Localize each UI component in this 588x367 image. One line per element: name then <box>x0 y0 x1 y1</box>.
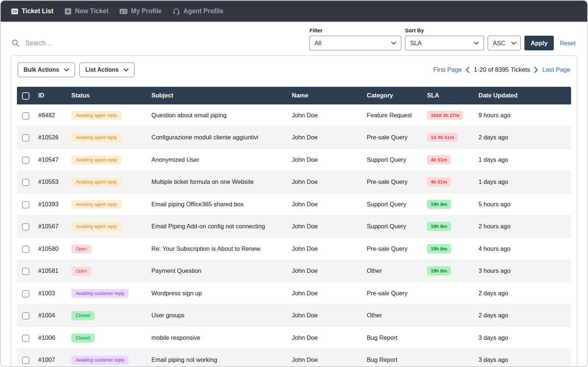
ticket-date: 4 hours ago <box>475 238 571 260</box>
search-icon <box>11 39 20 47</box>
nav-ticket-list[interactable]: Ticket List <box>11 7 53 15</box>
ticket-subject[interactable]: Payment Question <box>148 260 288 282</box>
ticket-category: Other <box>363 260 423 282</box>
ticket-subject[interactable]: Question about email piping <box>148 104 288 127</box>
row-checkbox[interactable] <box>22 290 29 297</box>
status-badge: Awaiting agent reply <box>71 156 121 165</box>
bulk-actions-button[interactable]: Bulk Actions <box>18 63 75 77</box>
table-row[interactable]: #10580 Open Re: Your Subscription is Abo… <box>17 238 571 260</box>
sort-select[interactable]: SLA <box>405 36 484 50</box>
status-badge: Closed <box>71 311 94 320</box>
reset-link[interactable]: Reset <box>560 40 576 47</box>
table-row[interactable]: #8482 Awaiting agent reply Question abou… <box>17 104 571 127</box>
next-page-button[interactable] <box>534 67 538 73</box>
table-row[interactable]: #1004 Closed User groups John Doe Other … <box>17 304 571 327</box>
table-row[interactable]: #1007 Awaiting customer reply Email pipi… <box>17 349 571 367</box>
row-checkbox[interactable] <box>22 357 29 364</box>
ticket-id: #10580 <box>35 238 68 260</box>
ticket-subject[interactable]: mobile responsive <box>148 327 288 349</box>
sla-badge: 4h 51m <box>427 155 451 164</box>
chevron-down-icon <box>391 42 396 45</box>
row-checkbox[interactable] <box>22 223 29 231</box>
ticket-subject[interactable]: Configurazione moduli cliente aggiuntivi <box>148 127 288 149</box>
nav-my-profile[interactable]: My Profile <box>119 7 162 15</box>
table-row[interactable]: #10553 Awaiting agent reply Multiple tic… <box>17 171 571 193</box>
last-page-link[interactable]: Last Page <box>542 66 570 74</box>
column-header-subject: Subject <box>148 87 288 104</box>
ticket-subject[interactable]: Email piping Office365 shared box <box>148 193 288 215</box>
table-header-row: ID Status Subject Name Category SLA Date… <box>17 87 571 104</box>
ticket-category: Pre-sale Query <box>363 282 423 304</box>
nav-label: My Profile <box>131 7 162 15</box>
ticket-category: Pre-sale Query <box>363 238 423 260</box>
ticket-subject[interactable]: Anonymized User <box>148 149 288 171</box>
column-header-date-updated: Date Updated <box>475 87 571 104</box>
pagination-range: 1-20 of 8395 Tickets <box>474 66 530 74</box>
table-row[interactable]: #10581 Open Payment Question John Doe Ot… <box>17 260 571 282</box>
filter-group: Filter All <box>309 28 401 50</box>
sla-cell: 19h 8m <box>423 238 475 260</box>
row-checkbox[interactable] <box>22 179 29 186</box>
ticket-date: 1 days ago <box>475 149 571 171</box>
row-checkbox[interactable] <box>22 246 29 253</box>
status-badge: Awaiting agent reply <box>71 200 121 209</box>
sla-badge: 1d 4h 51m <box>427 133 458 142</box>
ticket-category: Support Query <box>363 193 423 215</box>
top-navigation: Ticket List New Ticket My Profile Agent … <box>1 1 587 22</box>
ticket-id: #10567 <box>35 215 68 238</box>
search-area <box>11 39 309 47</box>
filter-label: Filter <box>309 28 401 33</box>
sla-cell: 4h 51m <box>423 171 475 193</box>
nav-new-ticket[interactable]: New Ticket <box>64 7 108 15</box>
sla-cell: 19h 8m <box>423 193 475 215</box>
action-buttons: Bulk Actions List Actions <box>18 63 135 77</box>
status-badge: Awaiting agent reply <box>71 222 121 231</box>
ticket-id: #10393 <box>35 193 68 215</box>
agent-profile-icon <box>173 8 180 15</box>
search-input[interactable] <box>25 39 157 47</box>
row-checkbox[interactable] <box>22 134 29 142</box>
ticket-list-icon <box>11 8 18 15</box>
ticket-subject[interactable]: Email Piping Add-on config not connectin… <box>148 215 288 238</box>
ticket-subject[interactable]: Email piping not working <box>148 349 288 367</box>
ticket-date: 3 hours ago <box>475 260 571 282</box>
list-actions-button[interactable]: List Actions <box>79 63 135 77</box>
nav-agent-profile[interactable]: Agent Profile <box>173 7 223 15</box>
table-row[interactable]: #1003 Awaiting customer reply Wordpress … <box>17 282 571 304</box>
select-all-checkbox[interactable] <box>22 92 29 100</box>
sort-select-value: SLA <box>410 40 422 47</box>
status-badge: Open <box>71 245 92 254</box>
ticket-name: John Doe <box>288 127 363 149</box>
ticket-date: 2 days ago <box>475 282 571 304</box>
row-checkbox[interactable] <box>22 312 29 320</box>
bulk-actions-label: Bulk Actions <box>24 67 59 73</box>
ticket-name: John Doe <box>288 149 363 171</box>
apply-button[interactable]: Apply <box>524 36 554 50</box>
row-checkbox[interactable] <box>22 268 29 275</box>
ticket-id: #10526 <box>35 127 68 149</box>
table-row[interactable]: #10547 Awaiting agent reply Anonymized U… <box>17 149 571 171</box>
table-row[interactable]: #1006 Closed mobile responsive John Doe … <box>17 327 571 349</box>
row-checkbox[interactable] <box>22 335 29 342</box>
sla-cell: 19h 8m <box>423 260 475 282</box>
ticket-name: John Doe <box>288 304 363 327</box>
row-checkbox[interactable] <box>22 201 29 209</box>
ticket-id: #8482 <box>35 104 68 127</box>
table-row[interactable]: #10526 Awaiting agent reply Configurazio… <box>17 127 571 149</box>
first-page-link[interactable]: First Page <box>433 66 462 74</box>
ticket-name: John Doe <box>288 171 363 193</box>
ticket-subject[interactable]: User groups <box>148 304 288 327</box>
table-row[interactable]: #10393 Awaiting agent reply Email piping… <box>17 193 571 215</box>
ticket-id: #10581 <box>35 260 68 282</box>
previous-page-button[interactable] <box>466 67 470 73</box>
status-badge: Awaiting agent reply <box>71 111 121 120</box>
ticket-subject[interactable]: Wordpress sign up <box>148 282 288 304</box>
filter-select[interactable]: All <box>309 36 401 50</box>
ticket-subject[interactable]: Re: Your Subscription is About to Renew <box>148 238 288 260</box>
table-row[interactable]: #10567 Awaiting agent reply Email Piping… <box>17 215 571 238</box>
row-checkbox[interactable] <box>22 112 29 120</box>
ticket-name: John Doe <box>288 238 363 260</box>
sort-order-select[interactable]: ASC <box>488 36 521 50</box>
ticket-subject[interactable]: Multiple ticket formula on one Website <box>148 171 288 193</box>
row-checkbox[interactable] <box>22 157 29 164</box>
